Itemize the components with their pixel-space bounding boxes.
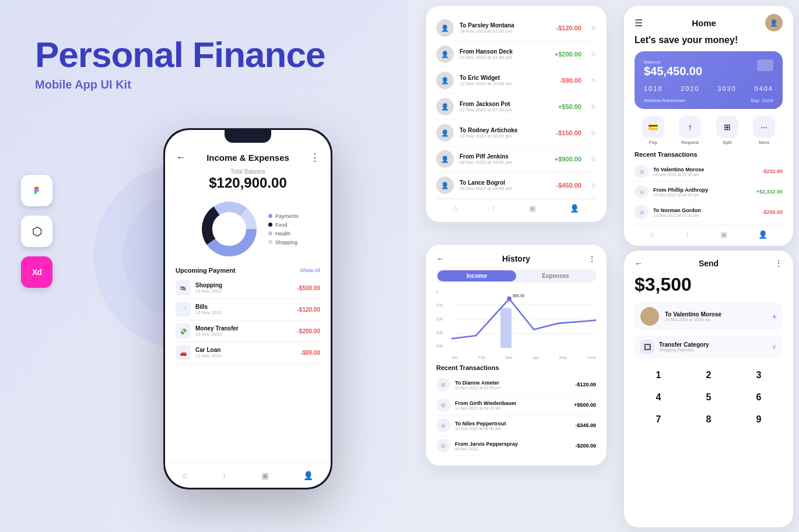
home-txn-item[interactable]: ◎ To Valentino Morose 14 Nov 2022 at 10:…: [635, 161, 783, 182]
transaction-item[interactable]: 👤 To Eric Widget 12 Nov 2022 at 10:00 am…: [436, 68, 596, 94]
home-avatar[interactable]: 👤: [765, 14, 783, 31]
recent-item[interactable]: ◎ From Girth Wiedenbauer 11 Nov 2022 at …: [436, 395, 596, 415]
qa-pay[interactable]: 💳 Pay: [642, 116, 664, 145]
transaction-item[interactable]: 👤 From Piff Jenkins 09 Nov 2022 at 04:00…: [436, 146, 596, 172]
transaction-item[interactable]: 👤 To Lance Bogrol 08 Nov 2022 at 08:00 a…: [436, 172, 596, 199]
history-more-icon[interactable]: ⋮: [588, 254, 596, 263]
txn-name: To Eric Widget: [460, 75, 554, 81]
home-txn-amount: -$232.90: [762, 168, 783, 174]
footer-wallet-icon[interactable]: ▣: [529, 204, 536, 213]
recent-amount: -$120.00: [575, 382, 596, 387]
xd-icon[interactable]: Xd: [21, 256, 52, 288]
home-nav-profile[interactable]: 👤: [758, 230, 768, 239]
tab-expenses[interactable]: Expenses: [516, 270, 595, 281]
figma-icon[interactable]: [21, 175, 52, 206]
transfer-icon: 💸: [176, 323, 191, 339]
transaction-item[interactable]: 👤 From Jackson Pot 11 Nov 2022 at 07:00 …: [436, 94, 596, 120]
category-info: Transfer Category Shopping Payment: [659, 341, 767, 352]
history-header: ← History ⋮: [436, 254, 596, 263]
more-options-icon[interactable]: ⋮: [310, 151, 320, 164]
home-txn-icon: ◎: [635, 185, 649, 199]
back-arrow-icon[interactable]: ←: [176, 152, 186, 164]
payment-date: 13 Nov 2022: [195, 310, 293, 315]
card-balance: $45,450.00: [644, 65, 773, 78]
recent-item[interactable]: ◎ From Jarvis Pepperspray 09 Nov 2022 -$…: [436, 436, 596, 456]
num-key-1[interactable]: 1: [635, 365, 682, 385]
footer-home-icon[interactable]: ⌂: [453, 204, 458, 213]
car-icon: 🚗: [176, 345, 191, 360]
qa-more[interactable]: ··· More: [753, 116, 775, 145]
payment-item[interactable]: 🚗 Car Loan 11 Nov 2022 -$89.00: [176, 342, 320, 364]
home-screen-title: Home: [692, 18, 716, 28]
wallet-nav-icon[interactable]: ▣: [261, 471, 269, 480]
title-block: Personal Finance Mobile App UI Kit: [35, 35, 325, 91]
home-nav-chart[interactable]: ↑: [685, 230, 689, 239]
payment-item[interactable]: 🛍 Shopping 14 Nov 2022 -$500.00: [176, 277, 320, 299]
recent-date: 10 Nov 2022 at 06:30 am: [455, 427, 570, 431]
chart-area: Payments Food Health: [176, 197, 320, 261]
home-txn-item[interactable]: ◎ To Norman Gordon 12 Nov 2022 at 01:30 …: [635, 202, 783, 223]
recent-name: To Niles Peppertrout: [455, 421, 570, 427]
num-key-5[interactable]: 5: [685, 387, 733, 407]
more-icon: ···: [753, 116, 775, 138]
payment-item[interactable]: 💸 Money Transfer 12 Nov 2022 -$200.00: [176, 320, 320, 342]
add-recipient-icon[interactable]: +: [772, 312, 777, 321]
home-txn-info: From Phillip Anthropy 13 Nov 2022 at 08:…: [653, 187, 752, 197]
payment-info: Money Transfer 12 Nov 2022: [195, 325, 293, 337]
num-key-9[interactable]: 9: [735, 410, 783, 429]
sketch-icon[interactable]: ⬡: [21, 216, 52, 247]
recent-info: To Niles Peppertrout 10 Nov 2022 at 06:3…: [455, 421, 570, 431]
chart-x-labels: Jan Feb Mar Apr May June: [451, 355, 596, 360]
home-txn-amount: -$250.00: [762, 209, 783, 215]
home-txn-info: To Valentino Morose 14 Nov 2022 at 10:10…: [653, 167, 757, 177]
send-more-icon[interactable]: ⋮: [775, 259, 783, 268]
transaction-item[interactable]: 👤 To Parsley Montana 14 Nov 2022 at 01:0…: [436, 15, 596, 41]
recent-info: To Dianne Ameter 12 Nov 2022 at 01:00 pm: [455, 380, 570, 390]
qa-request[interactable]: ↑ Request: [679, 116, 701, 145]
payment-item[interactable]: 📄 Bills 13 Nov 2022 -$120.00: [176, 299, 320, 320]
phone-content: ← Income & Expenses ⋮ Total Balance $120…: [165, 130, 331, 488]
chart-y-labels: 40k 30k 20k 10k 0: [436, 290, 451, 348]
footer-chart-icon[interactable]: ↑: [492, 204, 496, 213]
home-nav-home[interactable]: ⌂: [650, 230, 654, 239]
num-key-4[interactable]: 4: [635, 387, 682, 407]
qa-split-label: Split: [723, 140, 732, 145]
num-key-3[interactable]: 3: [735, 365, 783, 385]
profile-nav-icon[interactable]: 👤: [303, 471, 313, 480]
num-key-6[interactable]: 6: [735, 387, 783, 407]
home-nav-wallet[interactable]: ▣: [720, 230, 727, 239]
show-all-link[interactable]: Show All: [300, 267, 320, 273]
num-key-2[interactable]: 2: [685, 365, 733, 385]
send-category: 🔲 Transfer Category Shopping Payment ∨: [635, 335, 783, 358]
num-key-8[interactable]: 8: [685, 410, 733, 429]
transaction-item[interactable]: 👤 From Hanson Deck 13 Nov 2022 at 01:00 …: [436, 41, 596, 68]
home-txn-info: To Norman Gordon 12 Nov 2022 at 01:30 pm: [653, 207, 757, 217]
request-icon: ↑: [679, 116, 701, 138]
send-back-icon[interactable]: ←: [635, 259, 643, 268]
home-nav-icon[interactable]: ⌂: [183, 471, 187, 480]
txn-avatar: 👤: [436, 72, 454, 89]
chart-nav-icon[interactable]: ↑: [222, 471, 226, 480]
footer-profile-icon[interactable]: 👤: [570, 204, 579, 213]
svg-rect-10: [500, 308, 511, 348]
history-back-icon[interactable]: ←: [436, 254, 444, 263]
home-panel: ☰ Home 👤 Let's save your money! Balance …: [624, 6, 793, 246]
recent-amount: +$500.00: [574, 402, 596, 408]
transaction-item[interactable]: 👤 To Rodney Artichoke 10 Nov 2022 at 02:…: [436, 120, 596, 146]
refresh-icon: ↻: [591, 156, 596, 163]
home-txn-item[interactable]: ◎ From Phillip Anthropy 13 Nov 2022 at 0…: [635, 182, 783, 202]
recent-item[interactable]: ◎ To Niles Peppertrout 10 Nov 2022 at 06…: [436, 415, 596, 436]
tab-income[interactable]: Income: [437, 270, 516, 281]
txn-avatar: 👤: [436, 177, 454, 194]
qa-split[interactable]: ⊞ Split: [716, 116, 738, 145]
txn-date: 09 Nov 2022 at 04:00 pm: [460, 160, 549, 165]
num-key-7[interactable]: 7: [635, 410, 682, 429]
panel-footer: ⌂ ↑ ▣ 👤: [436, 199, 596, 213]
hamburger-icon[interactable]: ☰: [635, 17, 643, 29]
payment-info: Car Loan 11 Nov 2022: [195, 347, 296, 358]
shopping-icon: 🛍: [176, 280, 191, 295]
recent-item[interactable]: ◎ To Dianne Ameter 12 Nov 2022 at 01:00 …: [436, 375, 596, 395]
payment-amount: -$89.00: [300, 350, 320, 356]
chevron-down-icon[interactable]: ∨: [772, 343, 777, 351]
payment-date: 14 Nov 2022: [195, 288, 293, 294]
